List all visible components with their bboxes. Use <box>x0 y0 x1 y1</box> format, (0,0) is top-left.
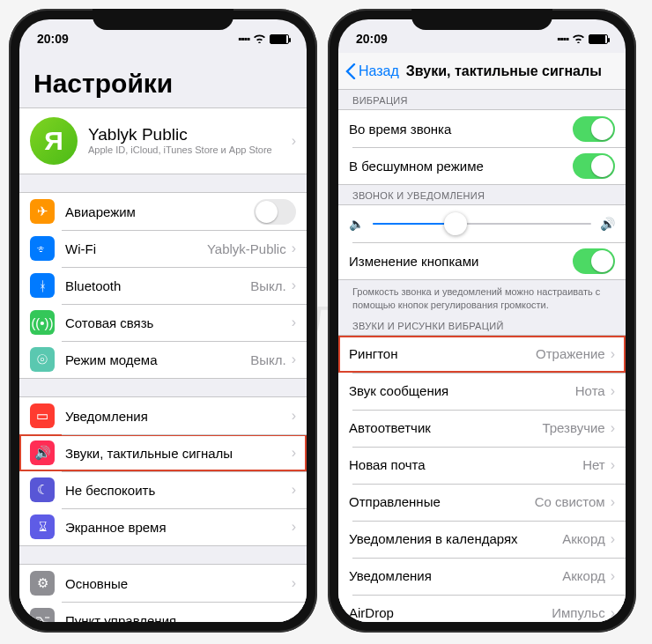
apple-id-row[interactable]: Я Yablyk Public Apple ID, iCloud, iTunes… <box>19 108 307 174</box>
airplane-icon: ✈︎ <box>30 199 55 224</box>
wifi-icon <box>572 32 585 46</box>
section-ringer: ЗВОНОК И УВЕДОМЛЕНИЯ <box>338 185 626 204</box>
row-label: Звук сообщения <box>349 383 575 398</box>
row-уведомления[interactable]: УведомленияАккорд› <box>338 558 626 595</box>
toggle[interactable] <box>254 199 296 225</box>
settings-row-режим-модема[interactable]: ⦾Режим модемаВыкл.› <box>19 341 307 378</box>
nav-title: Звуки, тактильные сигналы <box>406 63 602 79</box>
row-label: Рингтон <box>349 346 536 361</box>
phone-left: 20:09 ▪▪▪▪ Настройки Я Yablyk Public App… <box>9 9 317 633</box>
row-value: Аккорд <box>562 568 604 583</box>
chevron-right-icon: › <box>292 575 296 591</box>
row-value: Yablyk-Public <box>207 241 286 256</box>
notifications-icon: ▭ <box>30 403 55 428</box>
row-value: Нота <box>575 383 605 398</box>
row-во-время-звонка[interactable]: Во время звонка <box>338 110 626 147</box>
row-label: Уведомления в календарях <box>349 531 562 546</box>
row-label: Не беспокоить <box>65 483 292 498</box>
row-в-бесшумном-режиме[interactable]: В бесшумном режиме <box>338 147 626 184</box>
sounds-icon: 🔊 <box>30 440 55 465</box>
settings-row-сотовая-связь[interactable]: ((•))Сотовая связь› <box>19 304 307 341</box>
section-vibration: ВИБРАЦИЯ <box>338 90 626 109</box>
row-label: Звуки, тактильные сигналы <box>65 446 292 461</box>
screentime-icon: ⌛︎ <box>30 514 55 539</box>
row-рингтон[interactable]: РингтонОтражение› <box>338 336 626 373</box>
row-уведомления-в-календарях[interactable]: Уведомления в календаряхАккорд› <box>338 521 626 558</box>
row-value: Со свистом <box>535 494 605 509</box>
chevron-right-icon: › <box>611 346 615 362</box>
volume-slider[interactable] <box>373 223 591 225</box>
battery-icon <box>270 34 289 44</box>
row-отправленные[interactable]: ОтправленныеСо свистом› <box>338 484 626 521</box>
change-with-buttons-row[interactable]: Изменение кнопками <box>338 242 626 279</box>
row-value: Трезвучие <box>542 420 604 435</box>
avatar: Я <box>30 117 78 165</box>
sounds-list[interactable]: ВИБРАЦИЯ Во время звонкаВ бесшумном режи… <box>338 90 626 622</box>
settings-row-уведомления[interactable]: ▭Уведомления› <box>19 397 307 434</box>
settings-row-звуки-тактильные-сигналы[interactable]: 🔊Звуки, тактильные сигналы› <box>19 434 307 471</box>
chevron-right-icon: › <box>292 352 296 367</box>
row-label: В бесшумном режиме <box>349 159 573 174</box>
row-label: Отправленные <box>349 494 535 509</box>
settings-row-авиарежим[interactable]: ✈︎Авиарежим <box>19 193 307 230</box>
row-value: Нет <box>582 457 605 472</box>
status-time: 20:09 <box>356 32 388 46</box>
cell-signal-icon: ▪▪▪▪ <box>238 33 249 45</box>
chevron-right-icon: › <box>292 482 296 498</box>
section-sounds: ЗВУКИ И РИСУНКИ ВИБРАЦИЙ <box>338 315 626 335</box>
phone-right: 20:09 ▪▪▪▪ Назад Звуки, тактильные сигна… <box>328 9 636 633</box>
page-title: Настройки <box>19 53 307 107</box>
back-button[interactable]: Назад <box>345 63 399 79</box>
notch <box>411 9 552 30</box>
row-label: Авиарежим <box>65 204 254 219</box>
toggle[interactable] <box>573 116 615 142</box>
change-with-buttons-toggle[interactable] <box>573 248 615 274</box>
row-airdrop[interactable]: AirDropИмпульс› <box>338 595 626 622</box>
row-label: Режим модема <box>65 352 250 367</box>
chevron-right-icon: › <box>292 315 296 330</box>
volume-low-icon: 🔈 <box>349 217 364 231</box>
status-time: 20:09 <box>37 32 69 46</box>
chevron-right-icon: › <box>611 383 615 399</box>
settings-row-экранное-время[interactable]: ⌛︎Экранное время› <box>19 508 307 545</box>
chevron-right-icon: › <box>292 408 296 424</box>
settings-row-wi-fi[interactable]: ᯤWi-FiYablyk-Public› <box>19 230 307 267</box>
chevron-right-icon: › <box>611 605 615 621</box>
ringer-footer: Громкость звонка и уведомлений можно нас… <box>338 280 626 315</box>
chevron-right-icon: › <box>292 241 296 256</box>
chevron-right-icon: › <box>611 420 615 436</box>
change-with-buttons-label: Изменение кнопками <box>349 254 573 269</box>
settings-row-основные[interactable]: ⚙︎Основные› <box>19 565 307 602</box>
settings-row-bluetooth[interactable]: ᚼBluetoothВыкл.› <box>19 267 307 304</box>
row-label: Экранное время <box>65 520 292 535</box>
chevron-right-icon: › <box>611 568 615 584</box>
row-value: Аккорд <box>562 531 604 546</box>
status-icons: ▪▪▪▪ <box>557 32 608 46</box>
hotspot-icon: ⦾ <box>30 347 55 372</box>
settings-list[interactable]: Я Yablyk Public Apple ID, iCloud, iTunes… <box>19 107 307 622</box>
row-label: Основные <box>65 576 292 591</box>
row-label: Wi-Fi <box>65 241 207 256</box>
row-label: Новая почта <box>349 457 582 472</box>
volume-slider-row[interactable]: 🔈 🔊 <box>338 205 626 242</box>
control-center-icon: ⌥ <box>30 608 55 622</box>
row-value: Выкл. <box>250 352 285 367</box>
chevron-right-icon: › <box>292 445 296 461</box>
settings-row-пункт-управления[interactable]: ⌥Пункт управления› <box>19 602 307 622</box>
row-звук-сообщения[interactable]: Звук сообщенияНота› <box>338 373 626 410</box>
volume-high-icon: 🔊 <box>600 217 615 231</box>
wifi-icon: ᯤ <box>30 236 55 261</box>
row-автоответчик[interactable]: АвтоответчикТрезвучие› <box>338 410 626 447</box>
row-новая-почта[interactable]: Новая почтаНет› <box>338 447 626 484</box>
settings-row-не-беспокоить[interactable]: ☾Не беспокоить› <box>19 471 307 508</box>
chevron-right-icon: › <box>292 612 296 622</box>
status-icons: ▪▪▪▪ <box>238 32 289 46</box>
toggle[interactable] <box>573 153 615 179</box>
row-value: Отражение <box>536 346 605 361</box>
cell-signal-icon: ▪▪▪▪ <box>557 33 568 45</box>
row-label: Автоответчик <box>349 420 542 435</box>
chevron-right-icon: › <box>611 531 615 547</box>
nav-bar: Назад Звуки, тактильные сигналы <box>338 53 626 90</box>
chevron-right-icon: › <box>611 457 615 473</box>
row-label: Пункт управления <box>65 613 292 623</box>
